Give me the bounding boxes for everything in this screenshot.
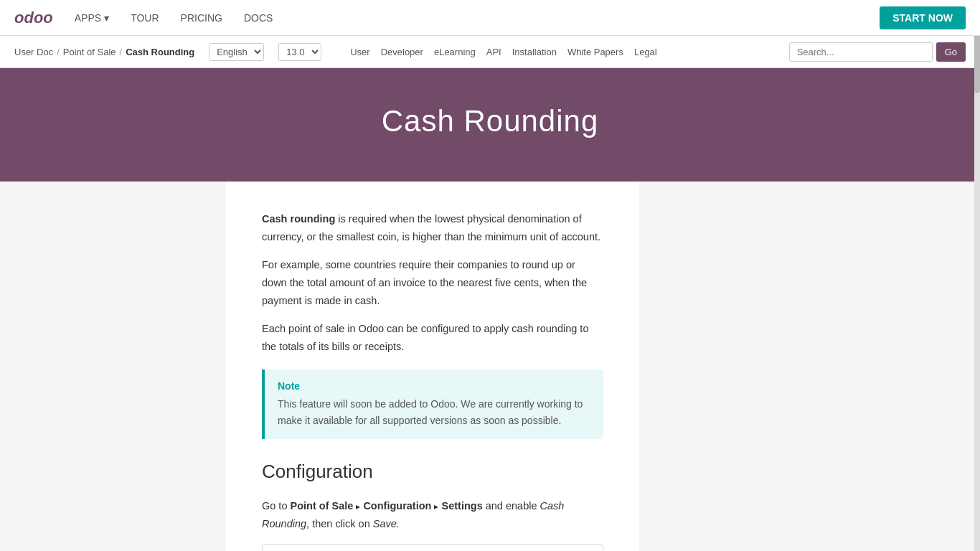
breadcrumb: User Doc / Point of Sale / Cash Rounding — [14, 47, 194, 57]
configuration-title: Configuration — [262, 461, 603, 483]
start-now-button[interactable]: START NOW — [880, 6, 966, 29]
config-italic2: Save. — [373, 518, 400, 529]
nav-docs[interactable]: DOCS — [244, 12, 273, 24]
doc-nav-white-papers[interactable]: White Papers — [567, 47, 623, 57]
top-navigation: odoo APPS ▾ TOUR PRICING DOCS START NOW — [0, 0, 980, 36]
settings-box: ✓ Cash Rounding Define the smallest coin… — [262, 544, 603, 551]
breadcrumb-point-of-sale[interactable]: Point of Sale — [63, 47, 116, 57]
page-title: Cash Rounding — [14, 104, 966, 138]
config-arrow1: ▸ — [356, 501, 360, 512]
chevron-down-icon: ▾ — [104, 12, 109, 24]
left-sidebar — [0, 182, 226, 551]
breadcrumb-sep2: / — [120, 47, 123, 57]
config-path3: Settings — [442, 500, 483, 512]
config-text-mid: and enable — [483, 500, 540, 512]
note-title: Note — [278, 380, 590, 392]
config-path2: Configuration — [363, 500, 431, 512]
doc-nav-links: User Developer eLearning API Installatio… — [350, 47, 657, 57]
search-container: Go — [789, 42, 966, 62]
odoo-logo[interactable]: odoo — [14, 9, 53, 27]
intro-paragraph: Cash rounding is required when the lowes… — [262, 210, 603, 245]
version-select[interactable]: 13.0 — [278, 43, 321, 61]
doc-nav-api[interactable]: API — [486, 47, 501, 57]
config-text-pre: Go to — [262, 500, 291, 512]
hero-section: Cash Rounding — [0, 68, 980, 182]
doc-nav-developer[interactable]: Developer — [381, 47, 423, 57]
nav-pricing[interactable]: PRICING — [181, 12, 222, 24]
doc-nav-installation[interactable]: Installation — [512, 47, 557, 57]
breadcrumb-current: Cash Rounding — [126, 47, 194, 57]
page-wrapper: Cash rounding is required when the lowes… — [0, 182, 980, 551]
intro-bold: Cash rounding — [262, 213, 335, 225]
secondary-navigation: User Doc / Point of Sale / Cash Rounding… — [0, 36, 980, 68]
para3: Each point of sale in Odoo can be config… — [262, 320, 603, 355]
para2: For example, some countries require thei… — [262, 256, 603, 309]
note-box: Note This feature will soon be added to … — [262, 369, 603, 439]
config-arrow2: ▸ — [434, 501, 438, 512]
config-path1: Point of Sale — [291, 500, 354, 512]
note-text: This feature will soon be added to Odoo.… — [278, 396, 590, 428]
settings-row-cash-rounding: ✓ Cash Rounding Define the smallest coin… — [263, 545, 603, 551]
config-paragraph: Go to Point of Sale ▸ Configuration ▸ Se… — [262, 497, 603, 532]
breadcrumb-sep1: / — [57, 47, 60, 57]
nav-tour[interactable]: TOUR — [131, 12, 159, 24]
main-nav-links: APPS ▾ TOUR PRICING DOCS — [75, 12, 880, 24]
doc-nav-legal[interactable]: Legal — [634, 47, 657, 57]
search-button[interactable]: Go — [936, 42, 966, 62]
doc-nav-elearning[interactable]: eLearning — [434, 47, 476, 57]
language-select[interactable]: English — [209, 43, 264, 61]
nav-apps[interactable]: APPS ▾ — [75, 12, 109, 24]
main-content: Cash rounding is required when the lowes… — [226, 182, 639, 551]
config-text-post: , then click on — [306, 518, 373, 529]
search-input[interactable] — [789, 42, 933, 62]
breadcrumb-user-doc[interactable]: User Doc — [14, 47, 53, 57]
scrollbar[interactable] — [974, 0, 980, 551]
doc-nav-user[interactable]: User — [350, 47, 369, 57]
right-sidebar — [639, 182, 981, 551]
